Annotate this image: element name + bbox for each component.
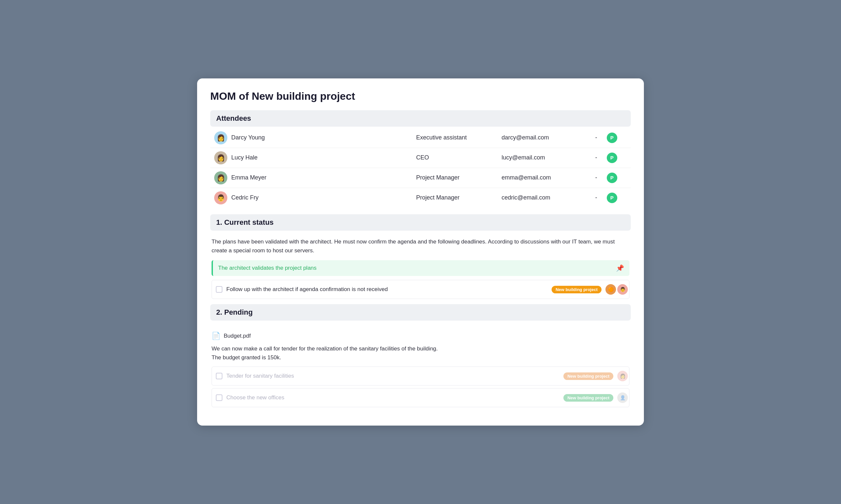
attendee-badge-0: P: [603, 128, 631, 148]
todo-avatar-faded: 👩: [617, 371, 628, 381]
pending-header: 2. Pending: [210, 304, 631, 321]
todo-avatar-cedric: 👨: [617, 284, 628, 295]
attendee-badge-3: P: [603, 188, 631, 208]
todo-checkbox-offices[interactable]: [216, 394, 222, 401]
pdf-icon: 📄: [211, 332, 220, 340]
attendee-row: 👩 Emma Meyer Project Manager emma@email.…: [210, 168, 631, 188]
pdf-row: 📄 Budget.pdf: [211, 332, 630, 340]
attendee-email-3: cedric@email.com: [498, 188, 590, 208]
highlight-row: The architect validates the project plan…: [211, 260, 630, 276]
todo-avatars-tender: 👩: [617, 371, 628, 381]
attendee-email-1: lucy@email.com: [498, 148, 590, 168]
avatar-0: 👩: [214, 131, 227, 144]
main-card: MOM of New building project Attendees 👩 …: [197, 78, 644, 426]
avatar-3: 👨: [214, 191, 227, 204]
todo-avatars-0: 🟠 👨: [605, 284, 628, 295]
pdf-label: Budget.pdf: [224, 333, 251, 339]
todo-checkbox-0[interactable]: [216, 286, 222, 293]
attendee-row: 👩 Darcy Young Executive assistant darcy@…: [210, 128, 631, 148]
attendee-name-1: Lucy Hale: [231, 154, 258, 161]
highlight-text: The architect validates the project plan…: [218, 265, 317, 271]
attendee-row: 👨 Cedric Fry Project Manager cedric@emai…: [210, 188, 631, 208]
attendee-role-0: Executive assistant: [412, 128, 498, 148]
attendee-row: 👩 Lucy Hale CEO lucy@email.com - P: [210, 148, 631, 168]
status-body-text: The plans have been validated with the a…: [211, 237, 630, 255]
attendee-badge-2: P: [603, 168, 631, 188]
attendee-email-0: darcy@email.com: [498, 128, 590, 148]
page-title: MOM of New building project: [210, 90, 631, 102]
attendee-dash-1: -: [590, 148, 603, 168]
pending-body: 📄 Budget.pdf We can now make a call for …: [210, 322, 631, 412]
project-badge-tender: New building project: [563, 373, 613, 380]
avatar-2: 👩: [214, 171, 227, 184]
attendee-role-2: Project Manager: [412, 168, 498, 188]
todo-label-offices: Choose the new offices: [226, 394, 560, 401]
project-badge-offices: New building project: [563, 394, 613, 402]
todo-row-0[interactable]: Follow up with the architect if agenda c…: [211, 280, 630, 299]
p-badge-2: P: [607, 173, 617, 183]
p-badge-0: P: [607, 132, 617, 143]
p-badge-1: P: [607, 152, 617, 163]
current-status-header: 1. Current status: [210, 214, 631, 231]
attendee-dash-2: -: [590, 168, 603, 188]
attendee-name-2: Emma Meyer: [231, 174, 267, 181]
attendee-badge-1: P: [603, 148, 631, 168]
pending-body-text: We can now make a call for tender for th…: [211, 344, 630, 362]
todo-avatars-offices: 👤: [617, 393, 628, 403]
project-badge-0: New building project: [552, 286, 601, 293]
attendee-role-1: CEO: [412, 148, 498, 168]
attendee-role-3: Project Manager: [412, 188, 498, 208]
attendee-name-3: Cedric Fry: [231, 194, 259, 201]
avatar-1: 👩: [214, 151, 227, 164]
attendee-name-0: Darcy Young: [231, 134, 265, 141]
todo-label-0: Follow up with the architect if agenda c…: [226, 286, 548, 293]
todo-checkbox-tender[interactable]: [216, 373, 222, 379]
current-status-body: The plans have been validated with the a…: [210, 232, 631, 304]
todo-label-tender: Tender for sanitary facilities: [226, 373, 560, 379]
todo-avatar-gray: 👤: [617, 393, 628, 403]
todo-row-tender[interactable]: Tender for sanitary facilities New build…: [211, 366, 630, 385]
todo-row-offices[interactable]: Choose the new offices New building proj…: [211, 388, 630, 407]
pin-icon: 📌: [616, 264, 624, 272]
attendee-email-2: emma@email.com: [498, 168, 590, 188]
attendees-header: Attendees: [210, 110, 631, 127]
attendees-table: 👩 Darcy Young Executive assistant darcy@…: [210, 128, 631, 208]
attendee-dash-0: -: [590, 128, 603, 148]
todo-avatar-orange: 🟠: [605, 284, 616, 295]
attendee-dash-3: -: [590, 188, 603, 208]
p-badge-3: P: [607, 193, 617, 203]
